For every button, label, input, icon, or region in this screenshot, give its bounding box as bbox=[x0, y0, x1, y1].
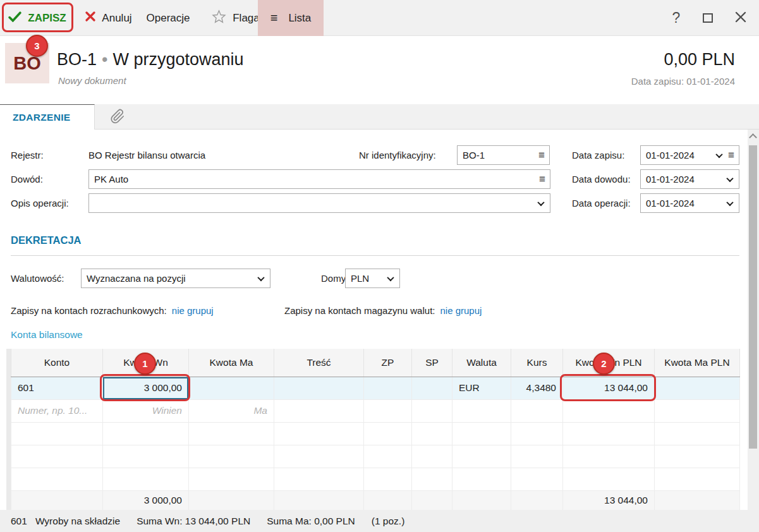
rozrachunkowe-nie-grupuj-link[interactable]: nie grupuj bbox=[172, 305, 214, 316]
cell-kwota-ma[interactable] bbox=[189, 377, 274, 399]
magazyn-walut-nie-grupuj-link[interactable]: nie grupuj bbox=[440, 305, 482, 316]
empty-cell[interactable] bbox=[103, 468, 189, 490]
new-entry-empty-cell[interactable] bbox=[412, 399, 452, 422]
empty-cell[interactable] bbox=[364, 468, 412, 490]
col-header-kurs[interactable]: Kurs bbox=[511, 349, 563, 377]
data-operacji-field[interactable]: 01-01-2024 bbox=[640, 193, 739, 213]
cell-kwota-wn[interactable]: 3 000,00 bbox=[103, 377, 189, 399]
new-entry-empty-cell[interactable] bbox=[364, 399, 412, 422]
empty-cell[interactable] bbox=[655, 422, 740, 445]
col-header-kwota-ma-pln[interactable]: Kwota Ma PLN bbox=[655, 349, 740, 377]
empty-cell[interactable] bbox=[189, 422, 274, 445]
empty-cell[interactable] bbox=[511, 468, 563, 490]
cell-sp[interactable] bbox=[412, 377, 452, 399]
table-row-selected[interactable]: 601 3 000,00 EUR 4,3480 13 044,00 bbox=[11, 377, 740, 399]
save-button[interactable]: ZAPISZ bbox=[4, 0, 71, 36]
flag-button[interactable]: Flaga bbox=[207, 0, 264, 36]
table-row-empty[interactable] bbox=[11, 422, 740, 445]
cancel-button[interactable]: Anuluj bbox=[78, 0, 139, 36]
new-entry-empty-cell[interactable] bbox=[511, 399, 563, 422]
empty-cell[interactable] bbox=[511, 445, 563, 468]
data-dowodu-field[interactable]: 01-01-2024 bbox=[640, 169, 739, 189]
nr-identyfikacyjny-input[interactable] bbox=[458, 146, 538, 164]
list-button[interactable]: ≡ Lista bbox=[258, 0, 324, 36]
empty-cell[interactable] bbox=[11, 468, 103, 490]
empty-cell[interactable] bbox=[563, 422, 655, 445]
new-entry-konto-placeholder[interactable]: Numer, np. 10... bbox=[11, 399, 103, 422]
walutowosc-select[interactable]: Wyznaczana na pozycji bbox=[81, 269, 270, 288]
col-header-kwota-wn[interactable]: Kwota Wn bbox=[103, 349, 189, 377]
scroll-up-icon[interactable] bbox=[749, 133, 757, 142]
data-zapisu-chevron-down-icon[interactable] bbox=[715, 150, 722, 157]
table-row-empty[interactable] bbox=[11, 468, 740, 490]
data-zapisu-menu-icon[interactable]: ≡ bbox=[728, 149, 734, 162]
empty-cell[interactable] bbox=[412, 468, 452, 490]
maximize-button[interactable] bbox=[696, 0, 719, 36]
tab-attachments[interactable] bbox=[95, 104, 140, 130]
col-header-kwota-ma[interactable]: Kwota Ma bbox=[189, 349, 274, 377]
empty-cell[interactable] bbox=[452, 468, 511, 490]
cell-kwota-wn-pln[interactable]: 13 044,00 bbox=[563, 377, 655, 399]
tab-zdarzenie[interactable]: ZDARZENIE bbox=[0, 104, 95, 130]
domyslnie-select[interactable]: PLN bbox=[345, 269, 400, 288]
empty-cell[interactable] bbox=[274, 468, 364, 490]
col-header-waluta[interactable]: Waluta bbox=[452, 349, 511, 377]
empty-cell[interactable] bbox=[103, 445, 189, 468]
empty-cell[interactable] bbox=[364, 445, 412, 468]
table-row-new-entry[interactable]: Numer, np. 10... Winien Ma bbox=[11, 399, 740, 422]
new-entry-empty-cell[interactable] bbox=[452, 399, 511, 422]
col-header-zp[interactable]: ZP bbox=[364, 349, 412, 377]
opis-operacji-input[interactable] bbox=[89, 194, 538, 212]
opis-operacji-chevron-down-icon[interactable] bbox=[537, 198, 544, 205]
empty-cell[interactable] bbox=[364, 422, 412, 445]
konta-bilansowe-link[interactable]: Konta bilansowe bbox=[11, 329, 83, 341]
close-button[interactable] bbox=[728, 0, 753, 36]
empty-cell[interactable] bbox=[274, 422, 364, 445]
col-header-sp[interactable]: SP bbox=[412, 349, 452, 377]
nr-identyfikacyjny-menu-icon[interactable]: ≡ bbox=[538, 149, 545, 162]
data-operacji-chevron-down-icon[interactable] bbox=[726, 198, 733, 205]
data-zapisu-field[interactable]: 01-01-2024 ≡ bbox=[640, 145, 739, 165]
empty-cell[interactable] bbox=[452, 445, 511, 468]
empty-cell[interactable] bbox=[412, 422, 452, 445]
empty-cell[interactable] bbox=[511, 422, 563, 445]
nr-identyfikacyjny-field[interactable]: ≡ bbox=[457, 145, 550, 165]
empty-cell[interactable] bbox=[563, 445, 655, 468]
table-row-empty[interactable] bbox=[11, 445, 740, 468]
help-button[interactable]: ? bbox=[665, 0, 688, 36]
operations-button[interactable]: Operacje bbox=[143, 0, 193, 36]
document-amount: 0,00 PLN bbox=[664, 50, 735, 70]
col-header-tresc[interactable]: Treść bbox=[274, 349, 364, 377]
dowod-menu-icon[interactable]: ≡ bbox=[539, 173, 545, 186]
new-entry-empty-cell[interactable] bbox=[563, 399, 655, 422]
dowod-field[interactable]: ≡ bbox=[88, 169, 550, 189]
empty-cell[interactable] bbox=[655, 468, 740, 490]
empty-cell[interactable] bbox=[655, 445, 740, 468]
cell-tresc[interactable] bbox=[274, 377, 364, 399]
empty-cell[interactable] bbox=[452, 422, 511, 445]
empty-cell[interactable] bbox=[563, 468, 655, 490]
scrollbar-thumb[interactable] bbox=[749, 145, 757, 449]
empty-cell[interactable] bbox=[412, 445, 452, 468]
col-header-konto[interactable]: Konto bbox=[11, 349, 103, 377]
empty-cell[interactable] bbox=[189, 468, 274, 490]
data-dowodu-chevron-down-icon[interactable] bbox=[726, 174, 733, 181]
new-entry-winien-placeholder[interactable]: Winien bbox=[103, 399, 189, 422]
cell-konto[interactable]: 601 bbox=[11, 377, 103, 399]
cell-zp[interactable] bbox=[364, 377, 412, 399]
vertical-scrollbar[interactable] bbox=[748, 130, 759, 510]
empty-cell[interactable] bbox=[274, 445, 364, 468]
cell-kwota-ma-pln[interactable] bbox=[655, 377, 740, 399]
empty-cell[interactable] bbox=[189, 445, 274, 468]
empty-cell[interactable] bbox=[11, 445, 103, 468]
opis-operacji-field[interactable] bbox=[88, 193, 550, 213]
new-entry-empty-cell[interactable] bbox=[655, 399, 740, 422]
new-entry-ma-placeholder[interactable]: Ma bbox=[189, 399, 274, 422]
dowod-input[interactable] bbox=[89, 170, 539, 188]
col-header-kwota-wn-pln[interactable]: Kwota Wn PLN bbox=[563, 349, 655, 377]
empty-cell[interactable] bbox=[103, 422, 189, 445]
new-entry-empty-cell[interactable] bbox=[274, 399, 364, 422]
empty-cell[interactable] bbox=[11, 422, 103, 445]
cell-waluta[interactable]: EUR bbox=[452, 377, 511, 399]
cell-kurs[interactable]: 4,3480 bbox=[511, 377, 563, 399]
